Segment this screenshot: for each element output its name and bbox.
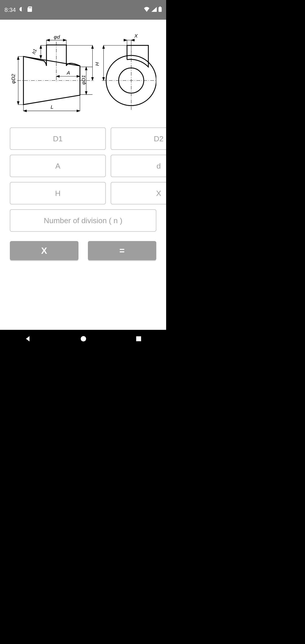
clear-button[interactable]: X	[10, 241, 78, 260]
svg-marker-14	[85, 67, 87, 70]
svg-marker-28	[40, 46, 42, 48]
svg-rect-4	[158, 7, 162, 12]
app-icon-1	[19, 6, 24, 14]
clear-button-label: X	[41, 246, 47, 256]
calculate-button[interactable]: =	[88, 241, 156, 260]
input-a[interactable]	[10, 155, 106, 177]
svg-text:H: H	[94, 62, 100, 66]
technical-diagram: φD2 φD1 H φd h1 A L	[10, 26, 156, 122]
input-x[interactable]	[111, 182, 166, 204]
signal-icon	[152, 6, 157, 14]
svg-marker-33	[77, 75, 80, 77]
status-right	[144, 6, 162, 14]
svg-text:φD1: φD1	[81, 75, 86, 84]
back-icon[interactable]	[24, 336, 31, 343]
input-h[interactable]	[10, 182, 106, 204]
svg-marker-10	[17, 102, 19, 105]
svg-rect-2	[30, 7, 30, 8]
svg-marker-9	[17, 56, 19, 60]
svg-marker-24	[63, 39, 66, 41]
svg-rect-1	[29, 7, 29, 8]
android-nav-bar	[0, 330, 166, 348]
svg-marker-20	[92, 77, 94, 80]
svg-text:X: X	[134, 33, 138, 39]
svg-marker-60	[103, 77, 105, 80]
input-d1[interactable]	[10, 128, 106, 150]
svg-marker-15	[85, 92, 87, 94]
recent-icon[interactable]	[136, 336, 142, 342]
svg-rect-3	[31, 7, 31, 8]
clock: 8:34	[4, 6, 16, 14]
svg-text:φD2: φD2	[10, 74, 16, 84]
input-d2[interactable]	[111, 128, 166, 150]
input-n[interactable]	[10, 209, 156, 232]
svg-point-62	[81, 336, 86, 342]
svg-marker-36	[77, 110, 80, 112]
home-icon[interactable]	[80, 336, 86, 343]
svg-marker-23	[46, 39, 50, 41]
svg-marker-19	[92, 46, 94, 48]
battery-icon	[158, 6, 162, 14]
status-bar: 8:34	[0, 0, 166, 20]
svg-marker-32	[56, 75, 60, 77]
svg-marker-35	[24, 110, 26, 112]
status-left: 8:34	[4, 6, 32, 14]
svg-marker-59	[103, 46, 105, 48]
svg-text:φd: φd	[54, 34, 60, 40]
svg-text:A: A	[66, 70, 70, 76]
wifi-icon	[144, 6, 150, 14]
svg-text:L: L	[50, 104, 53, 110]
calculate-button-label: =	[120, 246, 124, 256]
svg-rect-5	[160, 6, 161, 8]
svg-marker-29	[40, 56, 42, 58]
svg-text:h1: h1	[31, 48, 37, 54]
sd-card-icon	[28, 6, 32, 14]
input-d-small[interactable]	[111, 155, 166, 177]
svg-rect-63	[136, 336, 141, 341]
